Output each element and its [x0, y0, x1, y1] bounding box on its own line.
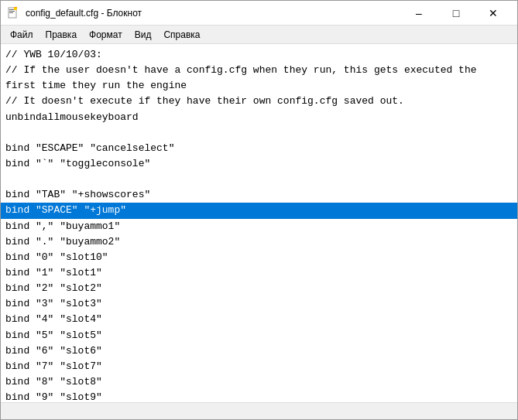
- svg-rect-1: [9, 9, 15, 10]
- status-bar: [1, 402, 517, 419]
- content-area: // YWB 10/10/03:// If the user doesn't h…: [1, 44, 517, 402]
- text-editor[interactable]: // YWB 10/10/03:// If the user doesn't h…: [1, 44, 517, 402]
- text-line: bind "0" "slot10": [5, 250, 513, 265]
- menu-bar: Файл Правка Формат Вид Справка: [1, 26, 517, 44]
- text-line: bind "6" "slot6": [5, 343, 513, 359]
- menu-view[interactable]: Вид: [129, 28, 158, 42]
- menu-format[interactable]: Формат: [83, 28, 129, 42]
- menu-file[interactable]: Файл: [4, 28, 39, 42]
- svg-rect-5: [14, 7, 17, 8]
- text-line: bind "8" "slot8": [5, 374, 513, 390]
- close-button[interactable]: ✕: [475, 3, 511, 23]
- text-line: bind "9" "slot9": [5, 390, 513, 402]
- text-line: bind "3" "slot3": [5, 296, 513, 312]
- text-line: [5, 172, 513, 187]
- menu-help[interactable]: Справка: [157, 28, 206, 42]
- notepad-window: config_default.cfg - Блокнот – □ ✕ Файл …: [0, 0, 518, 420]
- text-line: // If the user doesn't have a config.cfg…: [5, 63, 513, 78]
- text-line: unbindallmousekeyboard: [5, 110, 513, 125]
- svg-rect-2: [9, 11, 15, 12]
- minimize-button[interactable]: –: [401, 3, 437, 23]
- title-bar: config_default.cfg - Блокнот – □ ✕: [1, 1, 517, 26]
- text-line: bind "TAB" "+showscores": [5, 187, 513, 203]
- text-line: bind "4" "slot4": [5, 312, 513, 327]
- notepad-icon: [7, 7, 19, 19]
- text-line: bind "ESCAPE" "cancelselect": [5, 141, 513, 156]
- title-bar-buttons: – □ ✕: [401, 3, 511, 23]
- text-line: bind "SPACE" "+jump": [1, 203, 517, 218]
- text-line: bind "," "buyammo1": [5, 219, 513, 234]
- text-line: // It doesn't execute if they have their…: [5, 94, 513, 109]
- text-line: bind "2" "slot2": [5, 281, 513, 296]
- text-line: bind "1" "slot1": [5, 265, 513, 281]
- window-title: config_default.cfg - Блокнот: [26, 8, 142, 19]
- title-bar-left: config_default.cfg - Блокнот: [7, 7, 142, 19]
- text-line: bind "5" "slot5": [5, 328, 513, 343]
- text-line: // YWB 10/10/03:: [5, 47, 513, 63]
- text-line: bind "7" "slot7": [5, 359, 513, 374]
- menu-edit[interactable]: Правка: [39, 28, 84, 42]
- svg-rect-3: [9, 12, 13, 13]
- text-line: [5, 125, 513, 141]
- text-line: bind "`" "toggleconsole": [5, 156, 513, 172]
- text-line: first time they run the engine: [5, 78, 513, 94]
- maximize-button[interactable]: □: [438, 3, 474, 23]
- text-line: bind "." "buyammo2": [5, 234, 513, 250]
